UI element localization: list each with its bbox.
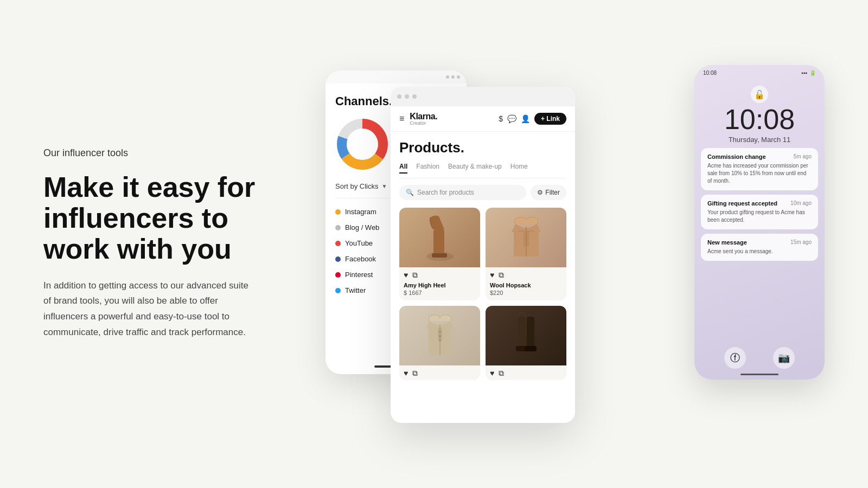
main-heading: Make it easy for influencers to work wit… <box>43 172 271 265</box>
header-icons: $ 💬 👤 + Link <box>499 113 566 125</box>
svg-rect-16 <box>525 346 537 351</box>
profile-icon[interactable]: 👤 <box>521 114 530 123</box>
tab-all[interactable]: All <box>399 163 407 174</box>
battery-icon: 🔋 <box>809 70 816 76</box>
tabs-row: All Fashion Beauty & make-up Home <box>399 163 566 178</box>
signal-icon: ▪▪▪ <box>801 70 807 76</box>
clock-time: 10:08 <box>694 105 825 133</box>
share-icon-2[interactable]: ⧉ <box>499 271 504 280</box>
product-name-1: Amy High Heel <box>404 282 476 288</box>
svg-rect-9 <box>438 328 442 341</box>
products-title: Products. <box>399 139 566 156</box>
description: In addition to getting access to our adv… <box>43 278 250 341</box>
notif-body-1: Your product gifting request to Acme has… <box>707 209 812 224</box>
browser-top-bar <box>391 87 575 106</box>
heart-icon-1[interactable]: ♥ <box>404 271 408 280</box>
tab-home[interactable]: Home <box>510 163 528 174</box>
notif-status-bar: 10:08 ▪▪▪ 🔋 <box>694 65 825 80</box>
svg-rect-14 <box>527 317 534 348</box>
notif-icons-small: ▪▪▪ 🔋 <box>801 70 816 76</box>
notif-body-0: Acme has increased your commission per s… <box>707 162 812 185</box>
channel-dot-4 <box>335 272 341 278</box>
notif-title-0: Commission change <box>707 153 766 160</box>
notif-time-1: 10m ago <box>790 200 812 207</box>
notif-bottom-bar: ⓕ 📷 <box>694 347 825 369</box>
share-icon-1[interactable]: ⧉ <box>412 271 418 280</box>
svg-point-4 <box>348 130 376 158</box>
status-dot-2 <box>451 75 455 79</box>
notif-time-0: 5m ago <box>794 153 812 160</box>
product-info-1: Amy High Heel $ 1667 <box>399 282 480 300</box>
product-name-2: Wool Hopsack <box>490 282 562 288</box>
product-price-1: $ 1667 <box>404 290 476 296</box>
tab-beauty[interactable]: Beauty & make-up <box>448 163 502 174</box>
filter-button[interactable]: ⚙ Filter <box>531 185 566 200</box>
heart-icon-3[interactable]: ♥ <box>404 369 408 378</box>
product-image-4 <box>486 306 566 365</box>
search-row: 🔍 Search for products ⚙ Filter <box>399 185 566 200</box>
product-card-1: ♥ ⧉ Amy High Heel $ 1667 <box>399 208 480 300</box>
page-wrapper: Our influencer tools Make it easy for in… <box>0 0 868 488</box>
product-info-2: Wool Hopsack $220 <box>486 282 566 300</box>
browser-products: ≡ Klarna. Creator $ 💬 👤 + Link Products.… <box>391 87 575 423</box>
channel-dot-5 <box>335 288 341 293</box>
search-placeholder: Search for products <box>417 189 474 196</box>
product-card-2: ♥ ⧉ Wool Hopsack $220 <box>486 208 566 300</box>
product-actions-1: ♥ ⧉ <box>399 267 480 282</box>
svg-point-10 <box>439 331 441 333</box>
tab-fashion[interactable]: Fashion <box>416 163 439 174</box>
product-image-2 <box>486 208 566 267</box>
browser-dot-2 <box>405 94 409 99</box>
right-section: Channels. Sor <box>304 54 825 434</box>
notif-card-2: New message 15m ago Acme sent you a mess… <box>701 234 818 261</box>
search-bar[interactable]: 🔍 Search for products <box>399 185 526 200</box>
svg-rect-13 <box>518 317 526 348</box>
product-price-2: $220 <box>490 290 562 296</box>
notif-time-2: 15m ago <box>790 239 812 246</box>
lock-icon: 🔓 <box>751 86 768 103</box>
left-section: Our influencer tools Make it easy for in… <box>43 147 271 341</box>
notif-title-1: Gifting request accepted <box>707 200 777 207</box>
notif-home-bar <box>741 374 778 375</box>
product-image-3 <box>399 306 480 365</box>
notif-lock-area: 🔓 <box>694 86 825 103</box>
browser-dot-3 <box>412 94 417 99</box>
products-grid: ♥ ⧉ Amy High Heel $ 1667 <box>399 208 566 380</box>
klarna-header: ≡ Klarna. Creator $ 💬 👤 + Link <box>391 106 575 132</box>
product-actions-3: ♥ ⧉ <box>399 365 480 380</box>
svg-rect-8 <box>524 230 529 247</box>
sort-chevron-icon: ▼ <box>381 183 387 189</box>
clock-date: Thursday, March 11 <box>694 136 825 144</box>
facebook-icon[interactable]: ⓕ <box>724 347 746 369</box>
donut-chart <box>335 117 390 171</box>
link-button[interactable]: + Link <box>534 113 566 125</box>
phone-notifications: 10:08 ▪▪▪ 🔋 🔓 10:08 Thursday, March 11 C… <box>694 65 825 380</box>
tag-label: Our influencer tools <box>43 147 271 159</box>
notif-cards: Commission change 5m ago Acme has increa… <box>694 148 825 261</box>
share-icon-4[interactable]: ⧉ <box>499 369 504 378</box>
camera-icon[interactable]: 📷 <box>773 347 795 369</box>
status-dot-3 <box>457 75 460 79</box>
dollar-icon[interactable]: $ <box>499 114 503 123</box>
message-icon[interactable]: 💬 <box>507 114 516 123</box>
svg-rect-6 <box>433 229 444 255</box>
channels-status-bar <box>326 70 467 84</box>
products-section: Products. All Fashion Beauty & make-up H… <box>391 132 575 380</box>
product-card-3: ♥ ⧉ <box>399 306 480 380</box>
product-card-4: ♥ ⧉ <box>486 306 566 380</box>
heart-icon-4[interactable]: ♥ <box>490 369 494 378</box>
notif-time-small: 10:08 <box>703 70 717 76</box>
share-icon-3[interactable]: ⧉ <box>412 369 418 378</box>
product-actions-4: ♥ ⧉ <box>486 365 566 380</box>
browser-dot-1 <box>397 94 401 99</box>
filter-icon: ⚙ <box>537 189 543 196</box>
notif-title-2: New message <box>707 239 747 246</box>
product-actions-2: ♥ ⧉ <box>486 267 566 282</box>
svg-point-11 <box>439 335 441 337</box>
heart-icon-2[interactable]: ♥ <box>490 271 494 280</box>
channel-dot-2 <box>335 241 341 246</box>
channel-dot-0 <box>335 209 341 215</box>
notif-card-1: Gifting request accepted 10m ago Your pr… <box>701 195 818 229</box>
hamburger-icon[interactable]: ≡ <box>399 114 404 124</box>
notif-clock: 10:08 Thursday, March 11 <box>694 105 825 144</box>
